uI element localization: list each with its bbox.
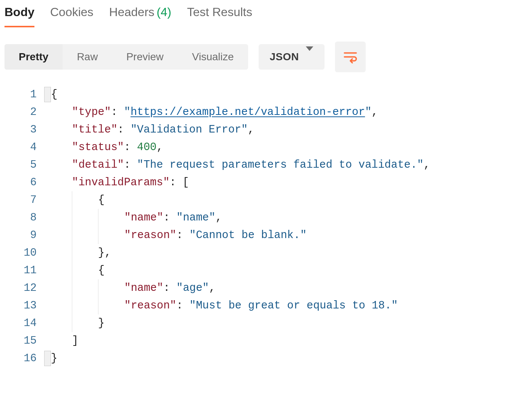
response-tabs: Body Cookies Headers(4) Test Results <box>4 5 517 30</box>
tab-test-results[interactable]: Test Results <box>187 5 252 27</box>
colon: : <box>111 106 124 118</box>
body-format-dropdown[interactable]: JSON <box>259 44 325 70</box>
colon: : <box>170 176 183 189</box>
bracket-open: [ <box>183 176 189 189</box>
brace-close-comma: }, <box>98 247 111 259</box>
line-number[interactable]: 4 <box>4 139 37 156</box>
line-number[interactable]: 14 <box>4 314 37 332</box>
brace-open: { <box>98 264 104 277</box>
line-number[interactable]: 7 <box>4 191 37 209</box>
indent-guide <box>72 209 72 226</box>
json-number-value: 400 <box>137 141 156 153</box>
brace-close: } <box>98 317 104 329</box>
line-number[interactable]: 1 <box>4 86 37 103</box>
json-key: "name" <box>124 282 163 294</box>
line-number[interactable]: 15 <box>4 332 37 350</box>
json-key: "invalidParams" <box>72 176 170 189</box>
code-line: "reason": "Cannot be blank." <box>46 226 517 244</box>
colon: : <box>118 124 131 136</box>
code-line: }, <box>46 244 517 262</box>
tab-headers[interactable]: Headers(4) <box>109 5 171 27</box>
json-string-value: "Validation Error" <box>131 124 248 136</box>
indent-guide <box>98 297 98 314</box>
view-raw-button[interactable]: Raw <box>63 44 112 70</box>
line-number[interactable]: 6 <box>4 174 37 191</box>
json-key: "detail" <box>72 159 124 171</box>
json-link-value[interactable]: https://example.net/validation-error <box>131 106 365 118</box>
tab-body[interactable]: Body <box>4 5 34 27</box>
fold-handle-top[interactable] <box>44 87 51 102</box>
view-mode-group: Pretty Raw Preview Visualize <box>4 44 248 70</box>
brace-close: } <box>51 352 57 365</box>
line-number[interactable]: 11 <box>4 262 37 279</box>
indent-guide <box>72 314 72 332</box>
comma: , <box>424 159 430 171</box>
line-number[interactable]: 2 <box>4 103 37 121</box>
word-wrap-icon <box>342 49 358 65</box>
code-line: "name": "age", <box>46 279 517 297</box>
json-string-value: "The request parameters failed to valida… <box>137 159 424 171</box>
code-line: { <box>46 86 517 103</box>
line-number[interactable]: 12 <box>4 279 37 297</box>
comma: , <box>156 141 163 153</box>
view-preview-button[interactable]: Preview <box>112 44 178 70</box>
json-key: "status" <box>72 141 124 153</box>
brace-open: { <box>98 194 104 206</box>
indent-guide <box>72 262 72 279</box>
line-number[interactable]: 9 <box>4 226 37 244</box>
comma: , <box>372 106 378 118</box>
line-number[interactable]: 13 <box>4 297 37 314</box>
json-string-value: "name" <box>176 211 215 224</box>
quote-close: " <box>365 106 371 118</box>
line-number[interactable]: 16 <box>4 350 37 367</box>
bracket-close: ] <box>72 335 78 347</box>
code-line: { <box>46 191 517 209</box>
code-line: "detail": "The request parameters failed… <box>46 156 517 174</box>
tab-headers-count: (4) <box>157 5 171 19</box>
colon: : <box>163 211 176 224</box>
line-number[interactable]: 3 <box>4 121 37 139</box>
code-line: "title": "Validation Error", <box>46 121 517 139</box>
indent-guide <box>98 226 98 244</box>
code-line: "status": 400, <box>46 139 517 156</box>
indent-guide <box>98 279 98 297</box>
response-body-viewer: 1 2 3 4 5 6 7 8 9 10 11 12 13 14 15 16 {… <box>4 86 517 367</box>
fold-handle-bottom[interactable] <box>44 351 51 366</box>
code-line: { <box>46 262 517 279</box>
colon: : <box>163 282 176 294</box>
json-key: "name" <box>124 211 163 224</box>
colon: : <box>124 141 137 153</box>
json-key: "type" <box>72 106 111 118</box>
json-key: "reason" <box>124 299 176 312</box>
quote-open: " <box>124 106 130 118</box>
code-line: "reason": "Must be great or equals to 18… <box>46 297 517 314</box>
tab-headers-label: Headers <box>109 5 155 19</box>
code-line: ] <box>46 332 517 350</box>
json-key: "reason" <box>124 229 176 241</box>
line-number[interactable]: 10 <box>4 244 37 262</box>
code-content[interactable]: { "type": "https://example.net/validatio… <box>46 86 517 367</box>
indent-guide <box>72 226 72 244</box>
indent-guide <box>72 244 72 262</box>
indent-guide <box>98 209 98 226</box>
brace-open: { <box>51 88 57 101</box>
colon: : <box>176 229 189 241</box>
comma: , <box>248 124 254 136</box>
word-wrap-button[interactable] <box>335 42 366 72</box>
colon: : <box>176 299 189 312</box>
line-number[interactable]: 8 <box>4 209 37 226</box>
view-visualize-button[interactable]: Visualize <box>178 44 248 70</box>
indent-guide <box>72 297 72 314</box>
code-line: "invalidParams": [ <box>46 174 517 191</box>
json-key: "title" <box>72 124 118 136</box>
tab-cookies[interactable]: Cookies <box>50 5 94 27</box>
comma: , <box>209 282 215 294</box>
json-string-value: "Must be great or equals to 18." <box>189 299 398 312</box>
code-line: } <box>46 314 517 332</box>
code-line: "type": "https://example.net/validation-… <box>46 103 517 121</box>
line-number-gutter: 1 2 3 4 5 6 7 8 9 10 11 12 13 14 15 16 <box>4 86 46 367</box>
view-pretty-button[interactable]: Pretty <box>4 44 63 70</box>
json-string-value: "age" <box>176 282 209 294</box>
line-number[interactable]: 5 <box>4 156 37 174</box>
indent-guide <box>72 191 72 209</box>
